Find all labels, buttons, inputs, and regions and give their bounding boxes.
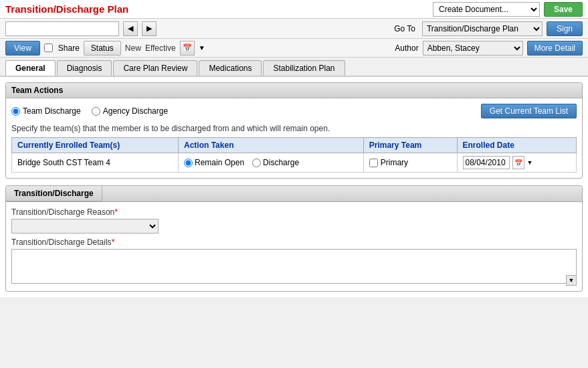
team-actions-header: Team Actions <box>6 83 582 98</box>
team-discharge-radio[interactable] <box>11 107 20 116</box>
action-radio-group: Remain Open Discharge <box>184 158 358 167</box>
goto-label: Go To <box>394 24 415 33</box>
discharge-radio[interactable] <box>252 159 261 167</box>
nav-next-button[interactable]: ▶ <box>142 21 157 36</box>
new-label: New <box>125 43 141 53</box>
agency-discharge-radio-group: Agency Discharge <box>92 106 168 116</box>
toolbar-row-2: View Share Status New Effective 📅 ▼ Auth… <box>0 39 588 58</box>
date-dropdown-arrow: ▼ <box>527 159 533 166</box>
reason-field-wrapper: Transition/Discharge Reason* <box>11 207 577 234</box>
td-section-body: Transition/Discharge Reason* Transition/… <box>6 202 582 291</box>
team-actions-body: Team Discharge Agency Discharge Get Curr… <box>6 98 582 178</box>
textarea-scroll-button[interactable]: ▼ <box>566 275 577 286</box>
get-team-list-button[interactable]: Get Current Team List <box>481 104 577 118</box>
author-label: Author <box>395 43 418 53</box>
date-wrapper: 08/04/2010 📅 ▼ <box>463 156 571 169</box>
header-bar: Transition/Discharge Plan Create Documen… <box>0 0 588 19</box>
reason-select[interactable] <box>11 219 159 234</box>
header-right: Create Document... Save <box>433 2 583 17</box>
tab-stabilization-plan[interactable]: Stabilization Plan <box>263 60 345 76</box>
author-select[interactable]: Abben, Stacey <box>423 41 523 56</box>
enrolled-date-input[interactable]: 08/04/2010 <box>463 156 510 169</box>
col-header-primary: Primary Team <box>363 138 457 153</box>
goto-select[interactable]: Transition/Discharge Plan <box>422 21 543 36</box>
primary-label: Primary <box>381 158 408 167</box>
tabs-row: General Diagnosis Care Plan Review Medic… <box>0 58 588 77</box>
col-header-action: Action Taken <box>179 138 364 153</box>
remain-open-radio[interactable] <box>184 159 193 167</box>
create-doc-select[interactable]: Create Document... <box>433 2 540 17</box>
reason-required-marker: * <box>114 207 118 217</box>
save-button[interactable]: Save <box>544 2 583 17</box>
details-required-marker: * <box>112 238 115 247</box>
share-checkbox[interactable] <box>44 43 53 52</box>
td-section-title: Transition/Discharge <box>6 186 102 201</box>
nav-input[interactable] <box>5 21 119 36</box>
more-detail-button[interactable]: More Detail <box>527 41 583 56</box>
discharge-label: Discharge <box>252 158 299 167</box>
tab-medications[interactable]: Medications <box>199 60 262 76</box>
main-content: Team Actions Team Discharge Agency Disch… <box>0 77 588 297</box>
page-title: Transition/Discharge Plan <box>5 3 128 15</box>
details-label: Transition/Discharge Details* <box>11 238 577 247</box>
action-taken-cell: Remain Open Discharge <box>179 153 364 173</box>
primary-checkbox-wrapper: Primary <box>369 158 452 167</box>
nav-prev-button[interactable]: ◀ <box>123 21 138 36</box>
primary-checkbox[interactable] <box>369 159 378 167</box>
dropdown-arrow-effective: ▼ <box>199 44 205 52</box>
team-discharge-label: Team Discharge <box>23 106 81 116</box>
team-name-cell: Bridge South CST Team 4 <box>12 153 179 173</box>
table-row: Bridge South CST Team 4 Remain Open Disc… <box>12 153 577 173</box>
primary-team-cell: Primary <box>363 153 457 173</box>
effective-label: Effective <box>145 43 176 53</box>
share-label: Share <box>58 43 80 53</box>
agency-discharge-label: Agency Discharge <box>103 106 168 116</box>
team-actions-section: Team Actions Team Discharge Agency Disch… <box>5 82 583 179</box>
details-field-wrapper: Transition/Discharge Details* ▼ <box>11 238 577 286</box>
col-header-date: Enrolled Date <box>457 138 576 153</box>
tab-general[interactable]: General <box>5 60 56 76</box>
enrolled-date-cell: 08/04/2010 📅 ▼ <box>457 153 576 173</box>
reason-label: Transition/Discharge Reason* <box>11 207 577 217</box>
details-textarea[interactable] <box>11 249 577 284</box>
agency-discharge-radio[interactable] <box>92 107 100 116</box>
status-button[interactable]: Status <box>84 41 121 56</box>
view-button[interactable]: View <box>5 41 40 56</box>
discharge-type-row: Team Discharge Agency Discharge Get Curr… <box>11 104 577 118</box>
tab-care-plan-review[interactable]: Care Plan Review <box>113 60 197 76</box>
tab-diagnosis[interactable]: Diagnosis <box>57 60 112 76</box>
remain-open-label: Remain Open <box>184 158 244 167</box>
transition-discharge-section: Transition/Discharge Transition/Discharg… <box>5 185 583 292</box>
col-header-team: Currently Enrolled Team(s) <box>12 138 179 153</box>
details-textarea-wrapper: ▼ <box>11 249 577 286</box>
sign-button[interactable]: Sign <box>547 21 583 36</box>
effective-calendar-button[interactable]: 📅 <box>180 41 195 56</box>
team-table: Currently Enrolled Team(s) Action Taken … <box>11 137 577 173</box>
team-discharge-radio-group: Team Discharge <box>11 106 81 116</box>
date-calendar-button[interactable]: 📅 <box>512 156 524 169</box>
td-section-header-wrapper: Transition/Discharge <box>6 186 582 202</box>
specify-text: Specify the team(s) that the member is t… <box>11 124 577 133</box>
toolbar-row-1: ◀ ▶ Go To Transition/Discharge Plan Sign <box>0 19 588 39</box>
